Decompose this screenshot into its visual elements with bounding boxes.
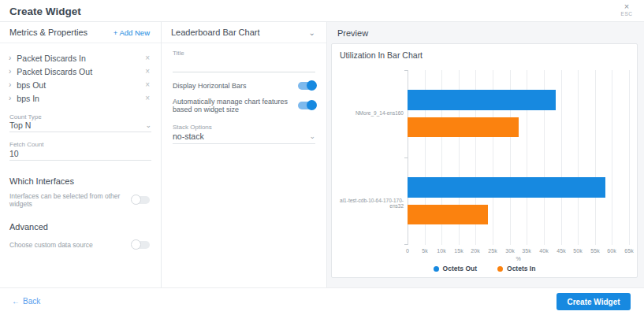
back-button[interactable]: ←Back (12, 297, 40, 306)
toggle-knob (307, 80, 317, 91)
legend-item-octets-in[interactable]: Octets In (497, 265, 535, 272)
metric-label: bps Out (17, 80, 145, 90)
stack-options-select[interactable]: no-stack ⌄ (173, 131, 315, 144)
chevron-down-icon: ⌄ (145, 121, 151, 130)
remove-icon[interactable]: × (145, 54, 150, 62)
remove-icon[interactable]: × (145, 94, 150, 102)
toggle-knob (307, 100, 317, 110)
preview-panel: Preview Utilization In Bar Chart 05k10k1… (327, 22, 644, 287)
category-label: NMore_9_14-ens160 (331, 110, 404, 116)
horizontal-bars-toggle-row: Display Horizontal Bars (173, 82, 315, 90)
chevron-down-icon[interactable]: ⌄ (309, 28, 315, 37)
widget-title-input[interactable] (173, 58, 315, 72)
expand-icon[interactable]: › (9, 54, 11, 62)
expand-icon[interactable]: › (9, 80, 11, 89)
legend-label: Octets Out (443, 265, 477, 272)
gridline (629, 70, 630, 245)
metric-label: bps In (17, 94, 145, 103)
custom-source-toggle-label: Choose custom data source (9, 241, 99, 249)
gridline (595, 70, 596, 245)
metric-label: Packet Discards Out (17, 67, 145, 76)
toggle-knob (131, 239, 141, 250)
category-label: al1-test-cdb-10-64-170-170-ens32 (331, 198, 404, 209)
remove-icon[interactable]: × (145, 80, 150, 89)
page-title: Create Widget (9, 6, 81, 17)
count-type-value: Top N (9, 121, 31, 130)
preview-title: Preview (337, 28, 368, 38)
remove-icon[interactable]: × (145, 67, 150, 76)
custom-source-toggle-row: Choose custom data source (9, 241, 150, 249)
fetch-count-label: Fetch Count (9, 141, 151, 148)
metrics-panel-header: Metrics & Properties + Add New (0, 22, 161, 43)
custom-source-toggle[interactable] (132, 241, 150, 249)
title-field-label: Title (173, 50, 315, 57)
close-icon: × (617, 2, 636, 11)
count-type-label: Count Type (9, 113, 151, 120)
y-axis-tick (404, 70, 408, 71)
gridline (561, 70, 562, 245)
metric-row[interactable]: › Packet Discards Out × (0, 65, 161, 78)
bar (408, 205, 488, 224)
add-new-button[interactable]: + Add New (114, 28, 150, 37)
legend-label: Octets In (507, 265, 535, 272)
stack-options-value: no-stack (173, 132, 204, 141)
stack-options-label: Stack Options (173, 124, 315, 131)
metrics-panel-title: Metrics & Properties (9, 28, 87, 37)
footer-bar: ←Back Create Widget (0, 287, 644, 315)
legend-item-octets-out[interactable]: Octets Out (434, 265, 477, 272)
create-widget-dialog: Create Widget × ESC Metrics & Properties… (0, 0, 644, 315)
count-type-select[interactable]: Top N ⌄ (9, 120, 151, 132)
arrow-left-icon: ← (12, 297, 20, 306)
count-type-field: Count Type Top N ⌄ (9, 113, 151, 132)
metric-row[interactable]: › bps Out × (0, 78, 161, 91)
top-bar: Create Widget × ESC (0, 0, 644, 22)
chart-legend: Octets Out Octets In (332, 265, 637, 272)
create-widget-button[interactable]: Create Widget (557, 293, 631, 310)
y-axis-tick (404, 158, 408, 158)
x-axis-label: % (408, 256, 629, 261)
toggle-knob (131, 195, 141, 205)
widget-panel-title: Leaderboard Bar Chart (171, 28, 260, 37)
preview-card: Utilization In Bar Chart 05k10k15k20k25k… (331, 43, 638, 278)
y-axis-tick (404, 244, 408, 245)
gridline (578, 70, 579, 245)
chevron-down-icon: ⌄ (309, 132, 315, 140)
horizontal-bars-toggle[interactable] (298, 82, 315, 90)
fetch-count-field: Fetch Count (9, 141, 151, 161)
back-label: Back (23, 297, 40, 306)
interfaces-toggle[interactable] (132, 196, 150, 204)
chart-title: Utilization In Bar Chart (340, 50, 423, 60)
x-tick-label: 65k (619, 248, 639, 254)
chart-plot: 05k10k15k20k25k30k35k40k45k50k55k60k65k% (408, 70, 629, 245)
expand-icon[interactable]: › (9, 67, 11, 76)
expand-icon[interactable]: › (9, 94, 11, 102)
auto-manage-toggle[interactable] (298, 102, 315, 109)
metric-label: Packet Discards In (17, 54, 145, 63)
gridline (612, 70, 612, 245)
stack-options-field: Stack Options no-stack ⌄ (173, 124, 315, 144)
metrics-properties-panel: Metrics & Properties + Add New › Packet … (0, 22, 162, 287)
metric-row[interactable]: › Packet Discards In × (0, 51, 161, 65)
bar (408, 90, 556, 110)
advanced-title: Advanced (9, 222, 151, 232)
metric-row[interactable]: › bps In × (0, 91, 161, 105)
legend-dot (497, 266, 503, 272)
metric-list: › Packet Discards In × › Packet Discards… (0, 43, 161, 105)
fetch-count-input[interactable] (9, 149, 151, 158)
interfaces-toggle-label: Interfaces can be selected from other wi… (9, 192, 132, 208)
which-interfaces-title: Which Interfaces (9, 176, 151, 186)
widget-panel-header[interactable]: Leaderboard Bar Chart ⌄ (162, 22, 326, 43)
horizontal-bars-toggle-label: Display Horizontal Bars (173, 82, 253, 90)
bar (408, 117, 519, 137)
auto-manage-toggle-label: Automatically manage chart features base… (173, 98, 298, 113)
esc-label: ESC (617, 11, 636, 17)
widget-settings-panel: Leaderboard Bar Chart ⌄ Title Display Ho… (162, 22, 327, 287)
auto-manage-toggle-row: Automatically manage chart features base… (173, 98, 315, 113)
close-button[interactable]: × ESC (617, 2, 636, 17)
bar (408, 177, 605, 198)
interfaces-toggle-row: Interfaces can be selected from other wi… (9, 192, 150, 208)
legend-dot (434, 266, 439, 272)
